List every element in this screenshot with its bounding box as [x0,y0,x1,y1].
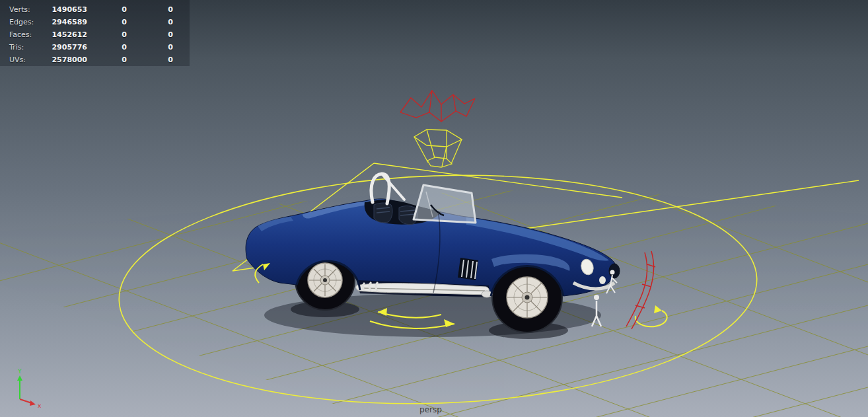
hud-label: Verts: [9,5,46,14]
hud-label: Edges: [9,18,46,26]
viewport[interactable]: Y x persp Verts: 1490653 0 0 Edges: 2946… [0,0,868,417]
axis-x-label: x [38,402,42,409]
camera-label: persp [419,405,442,414]
windshield [414,185,476,223]
hud-value: 0 [127,18,173,26]
hud-row-verts: Verts: 1490653 0 0 [9,3,190,16]
hud-label: Tris: [9,43,46,52]
hud-row-edges: Edges: 2946589 0 0 [9,16,190,28]
poly-count-hud: Verts: 1490653 0 0 Edges: 2946589 0 0 Fa… [0,0,190,66]
spotlight-wireframe-yellow[interactable] [414,130,462,167]
hud-value: 2905776 [46,43,87,52]
hud-value: 1452612 [46,30,87,39]
hud-value: 1490653 [46,5,87,14]
hud-value: 2578000 [46,56,87,64]
hud-value: 0 [87,18,127,26]
hud-value: 0 [127,56,173,64]
hud-row-faces: Faces: 1452612 0 0 [9,28,190,41]
wireframe-red-curve[interactable] [626,251,655,329]
axis-gizmo[interactable]: Y x [17,368,42,409]
axis-y-label: Y [17,368,22,375]
hud-value: 2946589 [46,18,87,26]
hud-value: 0 [87,30,127,39]
hud-value: 0 [87,56,127,64]
spotlight-wireframe-red[interactable] [400,91,475,122]
hud-row-tris: Tris: 2905776 0 0 [9,41,190,54]
hud-label: Faces: [9,30,46,39]
hud-value: 0 [87,43,127,52]
hud-label: UVs: [9,56,46,64]
side-vent [458,258,478,280]
hud-value: 0 [127,43,173,52]
hud-value: 0 [127,30,173,39]
hud-value: 0 [127,5,173,14]
hud-row-uvs: UVs: 2578000 0 0 [9,54,190,66]
rotate-manipulator-right[interactable] [635,305,667,326]
hud-value: 0 [87,5,127,14]
